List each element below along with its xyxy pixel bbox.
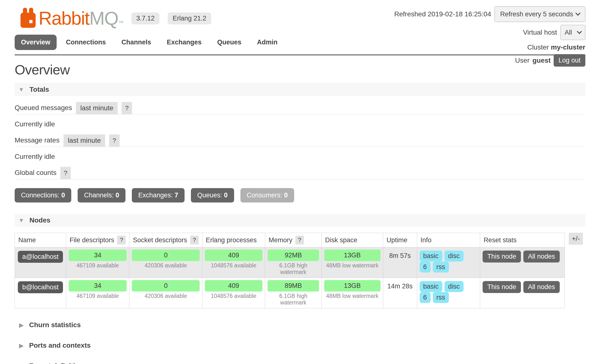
refresh-interval-value: Refresh every 5 seconds [500, 10, 573, 18]
version-badge: 3.7.12 [131, 12, 159, 24]
col-name: Name [15, 233, 66, 247]
help-icon[interactable]: ? [60, 167, 71, 179]
memory-bar: 92MB [268, 250, 319, 261]
totals-section-title: Totals [30, 86, 49, 93]
sd-bar: 0 [132, 250, 199, 261]
fd-cell: 34 467109 available [66, 247, 129, 278]
disk-bar: 13GB [324, 250, 381, 261]
rates-rate-filter-tab[interactable]: last minute [63, 134, 105, 147]
queues-count-badge: Queues: 0 [191, 188, 234, 202]
erlang-bar: 409 [205, 250, 262, 261]
nodes-section-title: Nodes [30, 216, 51, 224]
fd-cell: 34 467109 available [66, 278, 129, 308]
nodes-section-header[interactable]: ▼ Nodes [15, 214, 585, 227]
nodes-table-wrap: Name File descriptors? Socket descriptor… [15, 233, 585, 308]
header-right: Refreshed 2019-02-18 16:25:04 Refresh ev… [394, 6, 585, 67]
help-icon[interactable]: ? [295, 236, 304, 244]
fd-sub: 467109 available [69, 293, 127, 299]
col-socket-descriptors: Socket descriptors? [129, 233, 202, 247]
cluster-label: Cluster [527, 43, 549, 51]
logo-eye [29, 20, 32, 23]
consumers-count-badge: Consumers: 0 [240, 188, 294, 202]
col-uptime: Uptime [383, 233, 417, 247]
node-row-a: a@localhost 34 467109 available 0 420306… [15, 247, 565, 278]
info-cell: basicdisc6rss [417, 247, 480, 278]
reset-stats-cell: This nodeAll nodes [480, 278, 565, 308]
user-info: User guest Log out [394, 54, 585, 67]
churn-statistics-section[interactable]: ▶ Churn statistics [19, 321, 585, 329]
queued-messages-row: Queued messages last minute ? [15, 102, 585, 114]
export-definitions-section[interactable]: ▶ Export definitions [19, 362, 585, 364]
logout-button[interactable]: Log out [554, 54, 585, 67]
message-rates-label: Message rates [15, 134, 60, 147]
col-disk-space: Disk space [321, 233, 383, 247]
virtual-host-label: Virtual host [523, 29, 557, 36]
memory-sub: 6.1GB high watermark [268, 262, 319, 275]
uptime-cell: 14m 28s [383, 278, 417, 308]
tab-exchanges[interactable]: Exchanges [160, 35, 208, 50]
global-counts-label: Global counts [15, 167, 56, 179]
nodes-table: Name File descriptors? Socket descriptor… [15, 233, 565, 308]
virtual-host-value: All [565, 29, 572, 36]
column-toggle-button[interactable]: +/- [569, 233, 583, 245]
reset-all-nodes-button[interactable]: All nodes [523, 281, 560, 293]
info-cell: basicdisc6rss [417, 278, 480, 308]
message-rates-row: Message rates last minute ? [15, 134, 585, 147]
brand-wordmark: RabbitMQ™ [39, 9, 123, 28]
triangle-right-icon: ▶ [19, 322, 24, 329]
memory-cell: 89MB 6.1GB high watermark [265, 278, 322, 308]
main-content: Overview ▼ Totals Queued messages last m… [0, 62, 600, 364]
info-badge-rss: rss [433, 292, 449, 303]
tab-queues[interactable]: Queues [211, 35, 248, 50]
help-icon[interactable]: ? [117, 236, 126, 244]
queued-status-text: Currently idle [15, 120, 585, 128]
rates-status-text: Currently idle [15, 153, 585, 161]
sd-sub: 420306 available [132, 293, 199, 299]
refresh-interval-select[interactable]: Refresh every 5 seconds [495, 6, 585, 22]
totals-section-header[interactable]: ▼ Totals [15, 83, 585, 96]
sd-sub: 420306 available [132, 262, 199, 269]
help-icon[interactable]: ? [122, 102, 132, 114]
info-badge-basic: basic [420, 251, 442, 262]
memory-sub: 6.1GB high watermark [268, 293, 319, 306]
info-badge-cores: 6 [420, 262, 431, 273]
erlang-cell: 409 1048576 available [202, 247, 265, 278]
triangle-right-icon: ▶ [19, 342, 24, 349]
reset-all-nodes-button[interactable]: All nodes [523, 251, 560, 263]
info-badge-cores: 6 [420, 292, 431, 303]
disk-sub: 48MB low watermark [324, 262, 381, 269]
node-name-badge: b@localhost [18, 281, 63, 293]
queued-rate-filter-tab[interactable]: last minute [76, 102, 118, 114]
help-icon[interactable]: ? [190, 236, 199, 244]
col-memory: Memory? [265, 233, 322, 247]
uptime-cell: 8m 57s [383, 247, 417, 278]
col-file-descriptors: File descriptors? [66, 233, 129, 247]
disk-sub: 48MB low watermark [324, 293, 381, 299]
reset-this-node-button[interactable]: This node [483, 281, 521, 293]
trademark-symbol: ™ [118, 20, 123, 26]
reset-this-node-button[interactable]: This node [483, 251, 521, 263]
help-icon[interactable]: ? [109, 134, 119, 147]
refreshed-timestamp: Refreshed 2019-02-18 16:25:04 [394, 10, 491, 18]
info-badge-basic: basic [420, 281, 442, 292]
erlang-sub: 1048576 available [205, 262, 262, 269]
rabbitmq-logo-icon [20, 7, 36, 30]
tab-channels[interactable]: Channels [115, 35, 158, 50]
tab-admin[interactable]: Admin [251, 35, 284, 50]
fd-bar: 34 [69, 250, 127, 261]
tab-connections[interactable]: Connections [60, 35, 112, 50]
header: RabbitMQ™ 3.7.12 Erlang 21.2 Refreshed 2… [0, 0, 600, 35]
tab-overview[interactable]: Overview [15, 35, 57, 50]
erlang-bar: 409 [205, 280, 262, 292]
triangle-down-icon: ▼ [19, 217, 24, 224]
disk-cell: 13GB 48MB low watermark [321, 247, 383, 278]
disk-cell: 13GB 48MB low watermark [321, 278, 383, 308]
global-counts-row: Global counts ? [15, 167, 585, 179]
erlang-version-badge: Erlang 21.2 [168, 12, 211, 24]
virtual-host-select[interactable]: All [560, 25, 585, 40]
user-label: User [515, 57, 529, 64]
ports-and-contexts-section[interactable]: ▶ Ports and contexts [19, 342, 585, 349]
fd-sub: 467109 available [69, 262, 127, 269]
queued-messages-label: Queued messages [15, 102, 72, 114]
cluster-name: my-cluster [551, 43, 585, 51]
